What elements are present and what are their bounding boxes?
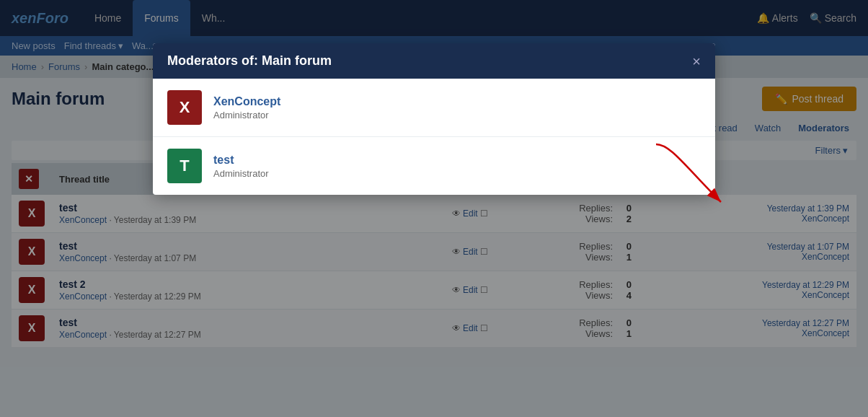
mod-name[interactable]: XenConcept xyxy=(213,95,280,108)
mod-avatar: T xyxy=(167,149,202,183)
mod-name[interactable]: test xyxy=(213,154,269,167)
mod-info: XenConcept Administrator xyxy=(213,95,280,120)
modal-title: Moderators of: Main forum xyxy=(167,53,332,69)
mod-role: Administrator xyxy=(213,110,280,120)
modal-close-button[interactable]: × xyxy=(692,54,701,69)
modal-body: X XenConcept Administrator T test Admini… xyxy=(153,79,715,195)
moderators-modal: Moderators of: Main forum × X XenConcept… xyxy=(153,43,715,195)
mod-info: test Administrator xyxy=(213,154,269,179)
moderator-item: T test Administrator xyxy=(153,137,715,195)
moderator-item: X XenConcept Administrator xyxy=(153,79,715,137)
mod-role: Administrator xyxy=(213,168,269,179)
modal-overlay[interactable]: Moderators of: Main forum × X XenConcept… xyxy=(0,0,868,356)
mod-avatar: X xyxy=(167,90,202,125)
modal-header: Moderators of: Main forum × xyxy=(153,43,715,79)
